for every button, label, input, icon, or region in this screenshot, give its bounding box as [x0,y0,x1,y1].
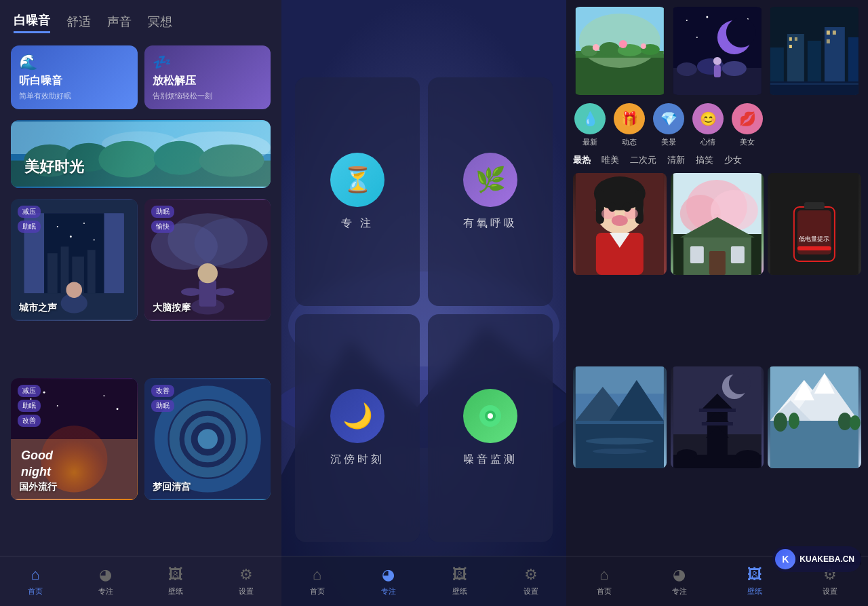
svg-rect-99 [635,190,644,224]
settings-icon-middle: ⚙ [524,566,538,584]
nav-wallpaper-left[interactable]: 🖼 壁纸 [141,562,212,601]
tag-fresh[interactable]: 清新 [667,153,685,168]
svg-point-68 [706,16,708,18]
dynamic-circle: 🎁 [614,103,645,134]
noise-monitor-action-card[interactable]: 噪音监测 [428,314,553,543]
svg-point-18 [94,240,95,241]
cat-dynamic[interactable]: 🎁 动态 [612,103,646,147]
svg-point-78 [713,57,722,65]
svg-rect-86 [789,37,792,41]
k-circle: K [775,549,795,569]
dusk-action-card[interactable]: 🌙 沉傍时刻 [295,314,420,543]
white-noise-desc: 简单有效助好眠 [19,91,130,101]
focus-action-card[interactable]: ⏳ 专 注 [295,77,420,306]
nav-home-middle[interactable]: ⌂ 首页 [281,562,353,601]
banner-text: 美好时光 [24,157,84,177]
wallpaper-tower[interactable] [671,366,764,468]
svg-point-39 [57,405,58,406]
thumb-moon[interactable] [671,7,764,95]
thumb-grass[interactable] [573,7,667,95]
svg-text:低电量提示: 低电量提示 [800,235,830,242]
tag-hottest[interactable]: 最热 [573,153,591,168]
svg-point-15 [57,226,58,227]
aerobic-action-card[interactable]: 🌿 有氧呼吸 [428,77,553,306]
cat-beauty[interactable]: 💎 美景 [652,103,686,147]
tab-comfort[interactable]: 舒适 [66,14,91,33]
dynamic-label: 动态 [622,137,637,147]
thumb-city-night[interactable] [768,7,861,95]
svg-point-31 [197,263,217,283]
svg-point-154 [774,413,787,432]
cat-latest[interactable]: 💧 最新 [573,103,607,147]
wallpaper-sakura[interactable] [671,173,764,275]
city-sound-item[interactable]: 减压 助眠 城市之声 [11,199,138,321]
city-sound-label: 城市之声 [19,302,57,314]
svg-point-75 [677,62,697,76]
svg-point-57 [579,14,660,68]
svg-rect-13 [104,213,123,293]
white-noise-feature-card[interactable]: 🌊 听白噪音 简单有效助好眠 [11,45,138,109]
svg-point-132 [593,449,647,454]
svg-point-65 [641,43,646,49]
settings-label-middle: 设置 [524,586,538,596]
tag-aesthetic[interactable]: 唯美 [601,153,619,168]
nav-focus-right[interactable]: ◕ 专注 [642,562,717,601]
nav-settings-left[interactable]: ⚙ 设置 [211,562,281,601]
svg-rect-141 [698,409,735,412]
wallpaper-landscape[interactable] [573,366,667,468]
goodnight-text: Goodnight [21,448,53,480]
svg-point-32 [180,288,200,296]
nav-wallpaper-middle[interactable]: 🖼 壁纸 [424,562,495,601]
settings-label-right: 设置 [823,586,837,596]
wallpaper-snow[interactable] [768,366,861,468]
banner[interactable]: 美好时光 [11,120,271,188]
svg-rect-93 [770,83,859,85]
svg-rect-88 [789,45,792,48]
tag-2d[interactable]: 二次元 [630,153,656,168]
home-label-left: 首页 [28,586,43,596]
dream-palace-item[interactable]: 改善 助眠 梦回清宫 [144,378,271,500]
brain-massage-item[interactable]: 助眠 愉快 大脑按摩 [144,199,271,321]
tab-sound[interactable]: 声音 [107,14,132,33]
foreign-pop-item[interactable]: Goodnight 减压 助眠 改善 国外流行 [11,378,138,500]
svg-rect-126 [576,366,664,394]
svg-point-144 [676,449,696,460]
svg-rect-30 [199,280,216,306]
tag-sleep3: 助眠 [18,400,41,412]
svg-point-60 [599,42,620,56]
nav-home-left[interactable]: ⌂ 首页 [0,562,71,601]
svg-rect-89 [827,31,830,35]
tag-improve2: 改善 [151,385,174,397]
nav-focus-middle[interactable]: ◕ 专注 [353,562,424,601]
noise-monitor-action-label: 噪音监测 [463,453,517,467]
cat-girl[interactable]: 💋 美女 [730,103,764,147]
nav-settings-middle[interactable]: ⚙ 设置 [495,562,566,601]
svg-point-103 [623,202,631,212]
nav-home-right[interactable]: ⌂ 首页 [566,562,642,601]
svg-rect-123 [797,246,831,250]
tag-funny[interactable]: 搞笑 [696,153,713,168]
tag-sleep2: 助眠 [151,206,174,218]
svg-rect-142 [701,422,732,425]
dream-palace-label: 梦回清宫 [153,481,191,493]
nav-focus-left[interactable]: ◕ 专注 [71,562,141,601]
left-panel: 白噪音 舒适 声音 冥想 🌊 听白噪音 简单有效助好眠 💤 放松解压 告别烦恼轻… [0,0,281,606]
focus-icon-right: ◕ [673,566,686,584]
wallpaper-grid: 低电量提示 [566,173,868,556]
relax-feature-card[interactable]: 💤 放松解压 告别烦恼轻松一刻 [144,45,271,109]
svg-point-156 [838,413,852,430]
wallpaper-woman[interactable] [573,173,667,275]
svg-point-77 [722,61,747,76]
tab-meditation[interactable]: 冥想 [148,14,172,33]
feature-cards: 🌊 听白噪音 简单有效助好眠 💤 放松解压 告别烦恼轻松一刻 [0,40,281,115]
wallpaper-phone[interactable]: 低电量提示 [768,173,861,275]
kuakeba-text: KUAKEBA.CN [800,554,854,564]
tag-stress: 减压 [18,206,41,218]
tab-white-noise[interactable]: 白噪音 [14,12,50,33]
svg-rect-120 [804,202,825,209]
tag-young[interactable]: 少女 [724,153,742,168]
tag-sleep: 助眠 [18,221,41,233]
cat-mood[interactable]: 😊 心情 [691,103,725,147]
svg-point-38 [43,392,45,394]
moon-icon: 🌙 [342,402,373,430]
